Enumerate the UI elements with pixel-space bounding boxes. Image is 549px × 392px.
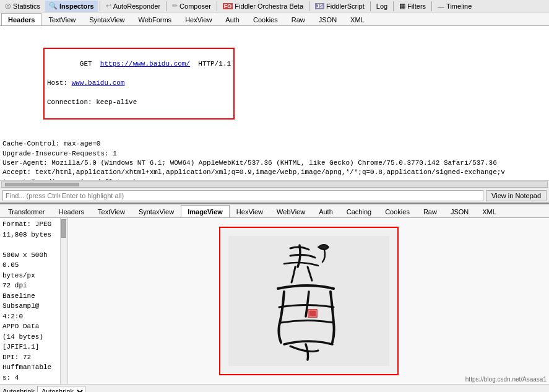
meta-size: 11,808 bytes [2,230,55,240]
tab-raw-upper[interactable]: Raw [285,13,312,25]
toolbar-fiddlerscript[interactable]: JS FiddlerScript [311,1,368,12]
host-label: Host: [47,79,72,87]
image-border [219,227,399,375]
toolbar-divider-3 [217,1,217,11]
meta-huffman: HuffmanTable [2,362,55,373]
view-notepad-button[interactable]: View in Notepad [486,190,547,201]
meta-scrollbar-thumb [61,219,66,238]
meta-subsample-label: Subsampl@ [2,301,55,311]
autoshrink-label: Autoshrink [2,388,35,393]
find-bar: View in Notepad [0,188,549,203]
toolbar-divider-4 [309,1,309,11]
toolbar-divider-5 [370,1,371,11]
calligraphy-image [228,236,389,366]
autoresponder-label: AutoResponder [113,2,160,10]
toolbar-divider-6 [393,1,394,11]
tab-webview[interactable]: WebView [270,205,312,217]
toolbar-divider-2 [166,1,166,11]
inspectors-icon: 🔍 [49,2,58,10]
filters-label: Filters [407,2,426,10]
fo-label: Fiddler Orchestra Beta [235,2,303,10]
lower-pane: Transformer Headers TextView SyntaxView … [0,204,549,392]
toolbar-timeline[interactable]: — Timeline [434,1,475,12]
tab-cookies-lower[interactable]: Cookies [378,205,417,217]
cache-control-line: Cache-Control: max-age=0 Upgrade-Insecur… [2,140,505,180]
tab-imageview[interactable]: ImageView [181,205,230,217]
log-label: Log [376,2,387,10]
tab-hexview-lower[interactable]: HexView [230,205,270,217]
timeline-label: Timeline [446,2,472,10]
tab-textview-lower[interactable]: TextView [91,205,132,217]
meta-format: Format: JPEG [2,219,55,230]
toolbar-log[interactable]: Log [373,1,391,12]
toolbar-divider-7 [431,1,432,11]
autoshrink-bar: Autoshrink Autoshrink 100% 50% 25% [0,384,549,392]
tab-cookies-upper[interactable]: Cookies [246,13,285,25]
fo-icon: FO [223,3,233,9]
meta-dimensions: 500w x 500h [2,250,55,261]
autoresponder-icon: ↩ [106,2,111,10]
request-content: GET https://www.baidu.com/ HTTP/1.1 Host… [0,26,549,180]
tab-syntaxview-upper[interactable]: SyntaxView [82,13,131,25]
request-protocol: HTTP/1.1 [190,60,231,68]
tab-headers-upper[interactable]: Headers [1,13,41,25]
toolbar-autoresponder[interactable]: ↩ AutoResponder [102,1,164,12]
meta-dpi: 72 dpi [2,281,55,291]
request-host[interactable]: www.baidu.com [72,79,125,87]
tab-raw-lower[interactable]: Raw [417,205,444,217]
toolbar-filters[interactable]: ▦ Filters [396,1,430,12]
horizontal-scrollbar[interactable] [1,181,548,188]
toolbar-divider-1 [100,1,100,11]
meta-appo-bytes: (14 bytes) [2,332,55,342]
watermark: https://blog.csdn.net/Asaasa1 [465,376,547,383]
statistics-label: Statistics [13,2,40,10]
toolbar-inspectors[interactable]: 🔍 Inspectors [45,1,98,12]
meta-bytes-px-label: bytes/px [2,271,55,281]
statistics-icon: ◎ [5,2,11,10]
tab-auth-upper[interactable]: Auth [218,13,246,25]
tab-hexview-upper[interactable]: HexView [178,13,218,25]
fs-label: FiddlerScript [326,2,365,10]
lower-tab-bar: Transformer Headers TextView SyntaxView … [0,204,549,218]
toolbar-statistics[interactable]: ◎ Statistics [1,1,44,12]
tab-syntaxview-lower[interactable]: SyntaxView [132,205,181,217]
scrollbar-thumb [5,183,79,186]
image-display-area: https://blog.csdn.net/Asaasa1 [68,218,549,384]
timeline-icon: — [438,2,444,10]
image-metadata-panel: Format: JPEG 11,808 bytes 500w x 500h 0.… [0,218,68,384]
meta-baseline: Baseline [2,291,55,302]
composer-icon: ✏ [172,2,178,10]
upper-tab-bar: Headers TextView SyntaxView WebForms Hex… [0,12,549,26]
tab-webforms[interactable]: WebForms [132,13,179,25]
find-input[interactable] [2,190,483,201]
meta-bytes-px-val: 0.05 [2,260,55,271]
toolbar-fiddlerorchestra[interactable]: FO Fiddler Orchestra Beta [219,1,307,12]
inspectors-label: Inspectors [59,2,94,10]
meta-appo: APPO Data [2,321,55,332]
meta-jfif: [JFIF1.1] [2,342,55,352]
horizontal-scrollbar-area [0,180,549,188]
meta-scrollbar[interactable] [60,218,67,384]
connection-label: Connection: keep-alive [47,98,137,106]
meta-huffman-val: s: 4 [2,373,55,383]
tab-json-lower[interactable]: JSON [444,205,475,217]
lower-content: Format: JPEG 11,808 bytes 500w x 500h 0.… [0,218,549,384]
tab-transformer[interactable]: Transformer [1,205,52,217]
tab-textview-upper[interactable]: TextView [41,13,82,25]
autoshrink-select[interactable]: Autoshrink 100% 50% 25% [37,386,85,393]
meta-spacer1 [2,240,55,250]
tab-auth-lower[interactable]: Auth [312,205,340,217]
filters-icon: ▦ [399,2,405,10]
tab-headers-lower[interactable]: Headers [52,205,92,217]
toolbar-composer[interactable]: ✏ Composer [168,1,215,12]
tab-caching[interactable]: Caching [340,205,378,217]
tab-json-upper[interactable]: JSON [312,13,344,25]
upper-pane: Headers TextView SyntaxView WebForms Hex… [0,12,549,204]
tab-xml-lower[interactable]: XML [475,205,503,217]
request-url[interactable]: https://www.baidu.com/ [100,60,190,68]
top-toolbar: ◎ Statistics 🔍 Inspectors ↩ AutoResponde… [0,0,549,12]
tab-xml-upper[interactable]: XML [344,13,371,25]
js-icon: JS [315,3,324,9]
meta-dpi-val: DPI: 72 [2,352,55,363]
composer-label: Composer [179,2,211,10]
